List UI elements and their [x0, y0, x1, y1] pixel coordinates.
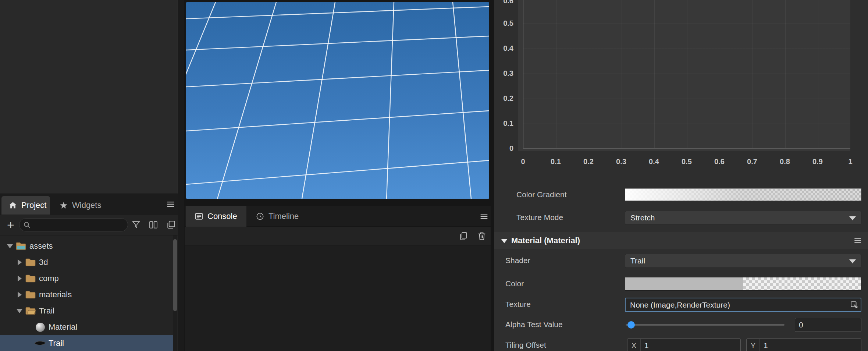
tree-item-material[interactable]: Material [0, 319, 173, 335]
tree-item-label: Trail [39, 306, 54, 316]
tree-item-trail-folder[interactable]: Trail [0, 303, 173, 319]
y-tick: 0.5 [496, 19, 513, 28]
scene-view[interactable] [186, 2, 489, 199]
x-tick: 0 [511, 157, 535, 166]
tree-item-label: comp [39, 274, 59, 283]
y-tick: 0.1 [496, 119, 513, 128]
color-solid-half [625, 277, 743, 290]
tree-item-label: materials [39, 290, 72, 299]
search-input[interactable] [31, 221, 131, 229]
asset-picker-icon[interactable] [849, 300, 859, 310]
tree-item-comp[interactable]: comp [0, 270, 173, 287]
chevron-right-icon[interactable] [15, 259, 24, 265]
material-menu-icon[interactable] [853, 236, 863, 246]
tiling-y-input[interactable] [760, 339, 861, 351]
chevron-right-icon[interactable] [15, 292, 24, 298]
tree-item-assets[interactable]: assets [0, 238, 173, 254]
chevron-down-icon [849, 259, 856, 263]
curve-editor[interactable] [518, 0, 850, 151]
tree-item-label: Trail [49, 338, 64, 348]
clear-console-icon[interactable] [477, 231, 487, 241]
color-gradient-label: Color Gradient [516, 190, 567, 199]
console-log-area[interactable] [185, 246, 491, 351]
tree-item-label: Material [49, 322, 77, 332]
alpha-test-slider-knob[interactable] [627, 321, 635, 329]
tiling-x-label: X [627, 339, 641, 351]
console-toolbar [185, 227, 491, 246]
x-tick: 0.4 [642, 157, 666, 166]
copy-log-icon[interactable] [458, 231, 469, 241]
tree-item-materials[interactable]: materials [0, 287, 173, 303]
split-columns-icon[interactable] [148, 220, 159, 230]
tree-item-3d[interactable]: 3d [0, 254, 173, 270]
tab-timeline[interactable]: Timeline [247, 206, 310, 227]
x-tick: 1 [839, 157, 862, 166]
tiling-x-group: X [627, 338, 741, 351]
shader-value: Trail [630, 256, 645, 265]
curve-plot-grid [523, 0, 850, 149]
x-tick: 0.9 [806, 157, 829, 166]
hierarchy-panel[interactable] [0, 0, 178, 194]
color-label: Color [505, 279, 524, 288]
color-field[interactable] [625, 277, 861, 291]
tab-console-label: Console [207, 212, 237, 221]
texture-value: None (Image,RenderTexture) [630, 301, 730, 309]
folder-icon [24, 274, 37, 283]
y-tick: 0.3 [496, 69, 513, 78]
section-collapse-icon[interactable] [501, 239, 508, 243]
tree-item-label: assets [29, 241, 53, 251]
folder-icon [24, 290, 37, 299]
x-tick: 0.2 [577, 157, 600, 166]
tree-scrollbar[interactable] [173, 235, 177, 351]
y-tick: 0.2 [496, 94, 513, 103]
stacked-panels-icon[interactable] [166, 220, 176, 230]
clock-icon [256, 212, 264, 220]
y-tick: 0.4 [496, 44, 513, 53]
center-panels: Console Timeline [185, 0, 491, 351]
texture-label: Texture [505, 300, 531, 309]
console-menu-icon[interactable] [479, 211, 489, 221]
color-alpha-half [743, 277, 861, 290]
texture-mode-select[interactable]: Stretch [625, 211, 861, 225]
chevron-down-icon [849, 216, 856, 220]
tab-project-label: Project [21, 201, 46, 210]
chevron-down-icon[interactable] [15, 309, 24, 313]
material-section-header[interactable]: Material (Material) [494, 232, 868, 249]
texture-mode-value: Stretch [630, 213, 655, 222]
texture-reference-field[interactable]: None (Image,RenderTexture) [625, 298, 861, 312]
tab-project[interactable]: Project [1, 196, 50, 214]
asset-search-box [19, 218, 128, 231]
chevron-down-icon[interactable] [5, 244, 15, 248]
y-tick: 0.6 [496, 0, 513, 5]
tab-widgets[interactable]: Widgets [52, 196, 118, 214]
tree-item-label: 3d [39, 258, 48, 267]
console-icon [195, 212, 203, 220]
shader-select[interactable]: Trail [625, 254, 861, 268]
chevron-right-icon[interactable] [15, 276, 24, 281]
scene-grid [186, 2, 489, 199]
x-tick: 0.5 [675, 157, 698, 166]
tab-console[interactable]: Console [186, 206, 246, 227]
tiling-y-label: Y [747, 339, 760, 351]
tree-item-trail-selected[interactable]: Trail [0, 335, 173, 351]
filter-icon[interactable] [131, 220, 141, 230]
x-tick: 0.6 [708, 157, 731, 166]
material-sphere-icon [34, 323, 46, 332]
assets-folder-icon [15, 242, 27, 251]
left-panel: Project Widgets + [0, 0, 184, 351]
tiling-x-input[interactable] [641, 339, 740, 351]
asset-toolbar: + [0, 214, 178, 235]
search-icon [23, 221, 31, 228]
folder-icon [24, 258, 37, 267]
asset-tree: assets 3d comp mater [0, 235, 178, 351]
color-gradient-field[interactable] [625, 188, 861, 201]
alpha-test-slider[interactable] [626, 324, 785, 326]
alpha-test-input[interactable] [795, 318, 861, 332]
panel-menu-icon[interactable] [166, 199, 176, 209]
home-icon [9, 201, 17, 209]
tiling-offset-label: Tiling Offset [505, 341, 546, 350]
tree-scrollbar-thumb[interactable] [173, 239, 177, 311]
x-tick: 0.3 [609, 157, 633, 166]
editor-root: Project Widgets + [0, 0, 868, 351]
add-asset-button[interactable]: + [4, 217, 17, 232]
